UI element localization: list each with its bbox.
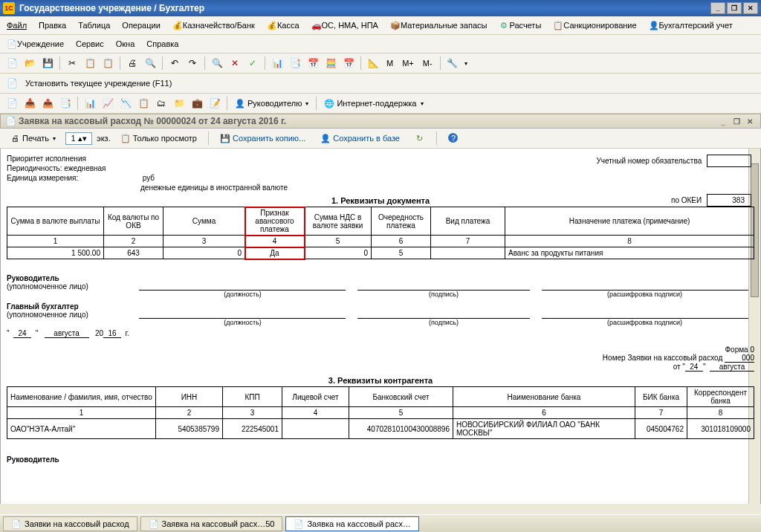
s1-col3: Сумма: [163, 207, 245, 236]
s3-v2: 5405385799: [156, 419, 223, 439]
taskbar: 📄Заявки на кассовый расход 📄Заявка на ка…: [0, 514, 761, 532]
toolbar-row-2: 📄 Установить текущее учреждение (F11): [0, 74, 761, 94]
dropdown-icon[interactable]: ▾: [464, 60, 467, 67]
cancel-icon[interactable]: ✕: [227, 56, 242, 71]
t3-icon-10[interactable]: 📁: [172, 96, 187, 111]
m-button[interactable]: M: [383, 57, 396, 69]
taskbar-tab-2[interactable]: 📄Заявка на кассовый расх…50: [140, 516, 283, 531]
save-icon[interactable]: 💾: [40, 56, 55, 71]
action2-icon[interactable]: 📑: [288, 56, 302, 71]
t3-icon-8[interactable]: 📋: [136, 96, 151, 111]
taskbar-tab-3[interactable]: 📄Заявка на кассовый расх…: [285, 516, 419, 531]
s3-col3: КПП: [223, 387, 282, 407]
calendar-icon[interactable]: 📅: [341, 56, 356, 71]
redo-icon[interactable]: ↷: [185, 56, 200, 71]
menu-institution[interactable]: 📄Учреждение: [4, 37, 66, 51]
struct-icon[interactable]: 📐: [366, 56, 380, 71]
preview-icon[interactable]: 🔍: [143, 56, 158, 71]
s3-n1: 1: [7, 407, 156, 419]
cut-icon[interactable]: ✂: [65, 56, 80, 71]
account-label: Учетный номер обязательства: [596, 157, 702, 165]
save-db-button[interactable]: 👤Сохранить в базе: [315, 131, 405, 146]
paste-icon[interactable]: 📋: [100, 56, 115, 71]
menu-sanctioning[interactable]: 📋Санкционирование: [551, 19, 638, 32]
mminus-button[interactable]: M-: [420, 57, 435, 69]
menu-service[interactable]: Сервис: [74, 38, 106, 50]
menu-operations[interactable]: Операции: [120, 19, 162, 31]
action1-icon[interactable]: 📊: [270, 56, 285, 71]
sig-authorized2: (уполномоченное лицо): [7, 311, 133, 319]
main-menubar-1: Файл Правка Таблица Операции 💰Казначейст…: [0, 16, 761, 35]
open-icon[interactable]: 📂: [22, 56, 37, 71]
s1-v4: Да: [245, 247, 305, 259]
print-button[interactable]: Печать▾: [4, 131, 61, 146]
internet-support-menu[interactable]: Интернет-поддержка▾: [321, 97, 426, 110]
sig-signature-cap: (подпись): [352, 291, 535, 298]
t3-icon-1[interactable]: 📄: [4, 96, 19, 111]
find-icon[interactable]: 🔍: [210, 56, 224, 71]
help-button[interactable]: [443, 131, 464, 146]
t3-icon-3[interactable]: 📤: [40, 96, 55, 111]
doc-close-button[interactable]: ✕: [744, 116, 756, 126]
undo-icon[interactable]: ↶: [167, 56, 182, 71]
menu-calculations[interactable]: ⚙Расчеты: [496, 19, 543, 32]
t3-icon-5[interactable]: 📊: [82, 96, 97, 111]
s1-col8: Назначение платежа (примечание): [505, 207, 754, 236]
doc-restore-button[interactable]: ❐: [731, 116, 742, 126]
menu-table[interactable]: Таблица: [76, 19, 112, 31]
restore-button[interactable]: ❐: [727, 2, 742, 14]
s3-col4: Лицевой счет: [282, 387, 349, 407]
menu-windows[interactable]: Окна: [114, 38, 137, 50]
s3-n3: 3: [223, 407, 282, 419]
doc-minimize-button[interactable]: _: [717, 116, 729, 126]
menu-file[interactable]: Файл: [4, 19, 29, 31]
action3-icon[interactable]: 📅: [305, 56, 320, 71]
menu-edit[interactable]: Правка: [36, 19, 68, 31]
new-doc-icon[interactable]: 📄: [4, 56, 19, 71]
menu-assets[interactable]: 🚗ОС, НМА, НПА: [309, 19, 380, 32]
t3-icon-2[interactable]: 📥: [22, 96, 37, 111]
menu-help[interactable]: Справка: [144, 38, 181, 50]
copies-input[interactable]: 1 ▴▾: [65, 132, 92, 145]
print-icon[interactable]: 🖨: [125, 56, 140, 71]
menu-materials[interactable]: 📦Материальные запасы: [388, 19, 490, 32]
s3-col7: БИК банка: [635, 387, 687, 407]
ok-icon[interactable]: ✓: [245, 56, 260, 71]
s1-v7: [431, 247, 505, 259]
date-g: г.: [126, 329, 129, 337]
s3-n6: 6: [453, 407, 635, 419]
sig-position-cap2: (должность): [133, 319, 352, 326]
s3-n4: 4: [282, 407, 349, 419]
copy-icon[interactable]: 📋: [82, 56, 97, 71]
menu-cash[interactable]: 💰Касса: [265, 19, 302, 32]
set-institution-button[interactable]: Установить текущее учреждение (F11): [22, 77, 175, 89]
account-value: [707, 155, 751, 167]
menu-accounting[interactable]: 👤Бухгалтерский учет: [647, 19, 735, 32]
t3-icon-12[interactable]: 📝: [207, 96, 222, 111]
close-button[interactable]: ✕: [743, 2, 758, 14]
s1-col6: Очередность платежа: [372, 207, 431, 236]
menu-treasury[interactable]: 💰Казначейство/Банк: [170, 19, 257, 32]
toolbar-row-3: 📄 📥 📤 📑 📊 📈 📉 📋 🗂 📁 💼 📝 👤Руководителю▾ И…: [0, 94, 761, 114]
refresh-button[interactable]: [409, 131, 430, 146]
doc-icon[interactable]: 📄: [4, 76, 19, 91]
s1-v5: 0: [305, 247, 372, 259]
s3-v6: НОВОСИБИРСКИЙ ФИЛИАЛ ОАО "БАНК МОСКВЫ": [453, 419, 635, 439]
wrench-icon[interactable]: 🔧: [445, 56, 460, 71]
save-copy-button[interactable]: Сохранить копию...: [215, 131, 311, 146]
minimize-button[interactable]: _: [710, 2, 725, 14]
t3-icon-6[interactable]: 📈: [100, 96, 115, 111]
t3-icon-9[interactable]: 🗂: [154, 96, 169, 111]
t3-icon-7[interactable]: 📉: [118, 96, 133, 111]
taskbar-tab-1[interactable]: 📄Заявки на кассовый расход: [3, 516, 137, 531]
manager-menu[interactable]: 👤Руководителю▾: [232, 97, 311, 110]
sig-acc-label: Главный бухгалтер: [7, 302, 133, 311]
calc-icon[interactable]: 🧮: [323, 56, 338, 71]
view-only-button[interactable]: 📋Только просмотр: [115, 131, 202, 146]
s3-col2: ИНН: [156, 387, 223, 407]
doc-title: Заявка на кассовый расход № 00000024 от …: [19, 116, 286, 126]
date-month: августа: [45, 329, 89, 338]
mplus-button[interactable]: M+: [399, 57, 417, 69]
t3-icon-11[interactable]: 💼: [190, 96, 204, 111]
t3-icon-4[interactable]: 📑: [58, 96, 73, 111]
